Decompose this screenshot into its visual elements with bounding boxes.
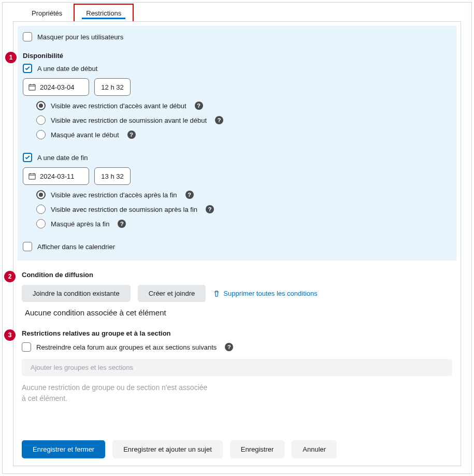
start-date-row: A une date de début [23, 64, 451, 73]
tab-restrictions[interactable]: Restrictions [74, 4, 134, 21]
start-date-inputs: 2024-03-04 12 h 32 [23, 78, 451, 96]
restrict-group-label: Restreindre cela forum aux groupes et au… [36, 343, 217, 351]
release-heading: 2 Condition de diffusion [22, 271, 452, 279]
add-groups-button: Ajouter les groupes et les sections [22, 359, 452, 376]
start-time-field[interactable]: 12 h 32 [94, 78, 131, 96]
help-icon[interactable]: ? [118, 220, 126, 228]
calendar-icon [28, 83, 36, 91]
start-opt-access-label: Visible avec restriction d'accès avant l… [51, 102, 186, 110]
trash-icon [213, 290, 220, 297]
tab-properties[interactable]: Propriétés [20, 5, 74, 21]
end-opt-hidden-label: Masqué après la fin [51, 220, 109, 228]
start-date-value: 2024-03-04 [40, 83, 75, 91]
calendar-checkbox[interactable] [23, 242, 32, 251]
restrict-group-checkbox[interactable] [22, 342, 31, 352]
group-none-text: Aucune restriction de groupe ou de secti… [22, 382, 208, 404]
start-time-value: 12 h 32 [101, 83, 123, 91]
help-icon[interactable]: ? [225, 343, 233, 351]
restrictions-panel: Masquer pour les utilisateurs 1 Disponib… [13, 21, 461, 466]
help-icon[interactable]: ? [206, 205, 214, 213]
help-icon[interactable]: ? [127, 131, 136, 139]
end-opt-access-radio[interactable] [36, 190, 46, 199]
footer-buttons: Enregistrer et fermer Enregistrer et ajo… [22, 440, 337, 458]
help-icon[interactable]: ? [195, 102, 203, 110]
end-date-value: 2024-03-11 [40, 172, 75, 180]
window: Propriétés Restrictions Masquer pour les… [2, 2, 472, 474]
marker-1: 1 [5, 52, 17, 63]
start-opt-submit-radio[interactable] [36, 116, 46, 125]
remove-all-conditions-link[interactable]: Supprimer toutes les conditions [213, 290, 317, 297]
hide-users-label: Masquer pour les utilisateurs [37, 33, 123, 41]
marker-2: 2 [4, 271, 16, 282]
end-date-row: A une date de fin [23, 153, 451, 162]
end-opt-submit-label: Visible avec restriction de soumission a… [51, 206, 197, 213]
create-condition-button[interactable]: Créer et joindre [138, 285, 206, 302]
group-title: Restrictions relatives au groupe et à la… [22, 329, 171, 337]
svg-rect-0 [29, 85, 35, 91]
end-date-field[interactable]: 2024-03-11 [23, 167, 89, 185]
help-icon[interactable]: ? [215, 116, 223, 124]
start-opt-submit-label: Visible avec restriction de soumission a… [51, 117, 207, 124]
release-buttons: Joindre la condition existante Créer et … [22, 285, 452, 302]
save-add-button[interactable]: Enregistrer et ajouter un sujet [112, 440, 223, 458]
hide-users-row: Masquer pour les utilisateurs [23, 32, 451, 41]
calendar-row: Afficher dans le calendrier [23, 242, 451, 251]
start-date-checkbox[interactable] [23, 64, 32, 73]
attach-condition-button[interactable]: Joindre la condition existante [22, 285, 131, 302]
end-time-field[interactable]: 13 h 32 [94, 167, 131, 185]
end-opt-hidden-radio[interactable] [36, 219, 46, 228]
release-none-text: Aucune condition associée à cet élément [25, 308, 452, 317]
end-opt-access-label: Visible avec restriction d'accès après l… [51, 191, 177, 199]
marker-3: 3 [4, 329, 16, 341]
help-icon[interactable]: ? [185, 191, 194, 199]
remove-all-label: Supprimer toutes les conditions [223, 290, 317, 297]
start-opt-hidden-label: Masqué avant le début [51, 131, 119, 139]
end-date-label: A une date de fin [37, 154, 88, 162]
start-date-label: A une date de début [37, 65, 97, 73]
start-opt-hidden-radio[interactable] [36, 130, 46, 139]
svg-rect-1 [29, 174, 35, 180]
calendar-icon [28, 172, 36, 180]
hide-users-checkbox[interactable] [23, 32, 32, 41]
restrict-group-row: Restreindre cela forum aux groupes et au… [22, 342, 452, 352]
start-date-field[interactable]: 2024-03-04 [23, 78, 89, 96]
end-opt-submit-radio[interactable] [36, 205, 46, 214]
save-close-button[interactable]: Enregistrer et fermer [22, 440, 105, 458]
calendar-label: Afficher dans le calendrier [37, 243, 115, 251]
end-time-value: 13 h 32 [101, 172, 123, 180]
group-heading: 3 Restrictions relatives au groupe et à … [22, 329, 452, 337]
availability-heading: 1 Disponibilité [23, 52, 451, 60]
start-opt-access-radio[interactable] [36, 101, 46, 110]
release-title: Condition de diffusion [22, 271, 93, 279]
cancel-button[interactable]: Annuler [292, 440, 337, 458]
end-date-checkbox[interactable] [23, 153, 32, 162]
tab-bar: Propriétés Restrictions [3, 3, 471, 21]
end-date-inputs: 2024-03-11 13 h 32 [23, 167, 451, 185]
availability-zone: Masquer pour les utilisateurs 1 Disponib… [18, 26, 456, 261]
save-button[interactable]: Enregistrer [230, 440, 285, 458]
availability-title: Disponibilité [23, 52, 63, 60]
